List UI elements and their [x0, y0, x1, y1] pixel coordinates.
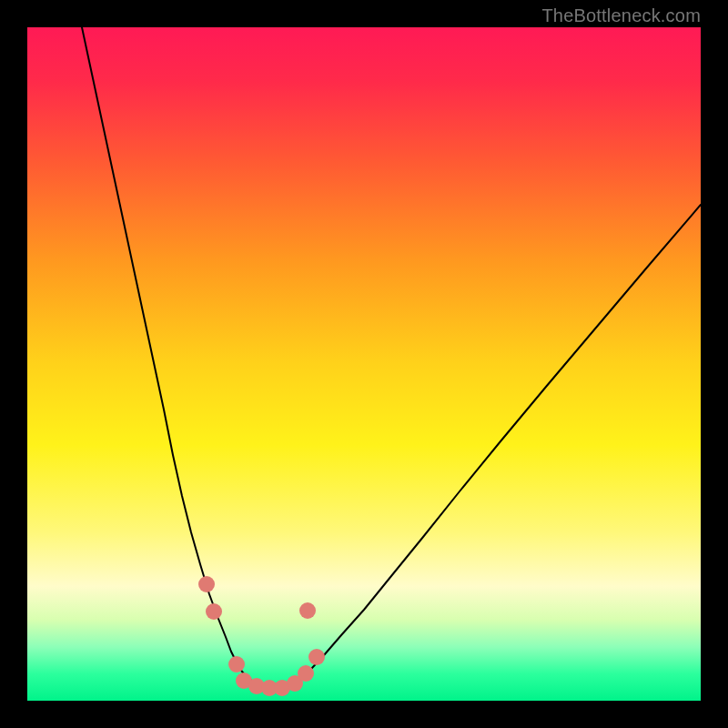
marker-left-lower — [228, 656, 245, 672]
marker-left-upper-1 — [198, 576, 215, 592]
chart-frame: TheBottleneck.com — [0, 0, 728, 728]
bottleneck-curve — [27, 27, 701, 701]
marker-floor-6 — [298, 665, 314, 682]
marker-right-upper — [299, 602, 316, 619]
marker-right-1 — [308, 649, 325, 665]
plot-area — [27, 27, 701, 701]
watermark-text: TheBottleneck.com — [541, 5, 701, 26]
marker-left-upper-2 — [206, 603, 222, 620]
bottleneck-curve-path — [82, 27, 701, 686]
